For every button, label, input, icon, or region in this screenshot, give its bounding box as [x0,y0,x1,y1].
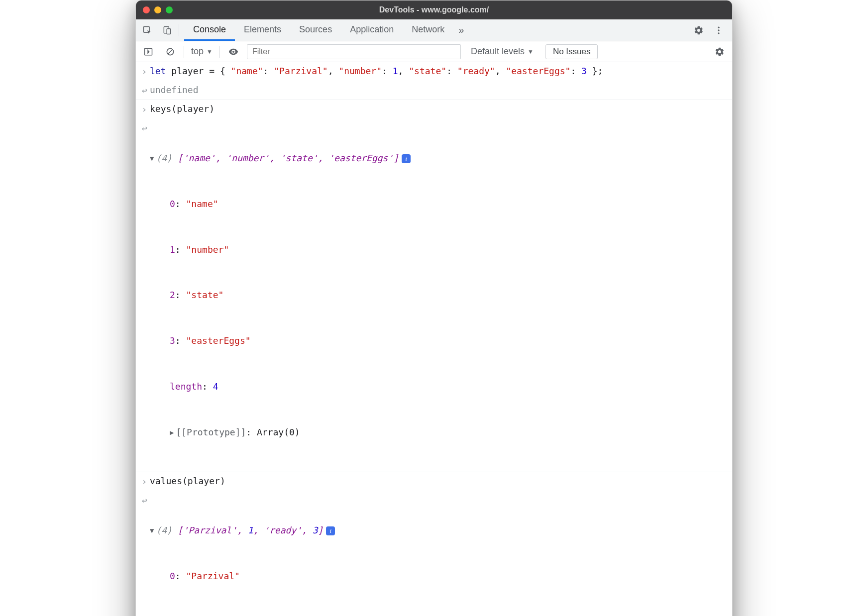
console-result-row[interactable]: ↪ (4) ['Parzival', 1, 'ready', 3]i 0: "P… [136,491,732,616]
console-input-row[interactable]: › let player = { "name": "Parzival", "nu… [136,62,732,81]
info-icon[interactable]: i [402,154,411,163]
info-icon[interactable]: i [326,526,335,535]
sidebar-toggle-icon[interactable] [140,43,157,60]
live-expression-icon[interactable] [225,43,242,60]
context-label: top [191,46,204,57]
svg-rect-2 [167,28,171,34]
minimize-button[interactable] [154,6,161,13]
console-result-row: ↪ undefined [136,81,732,101]
svg-point-5 [718,32,719,34]
log-levels-select[interactable]: Default levels ▼ [471,46,534,57]
disclosure-triangle-icon[interactable] [150,525,154,537]
tab-elements[interactable]: Elements [235,19,290,41]
clear-console-icon[interactable] [162,43,179,60]
tab-sources[interactable]: Sources [290,19,341,41]
chevron-down-icon: ▼ [207,48,213,55]
kebab-menu-icon[interactable] [710,22,727,39]
console-input-row[interactable]: › keys(player) [136,100,732,119]
inspect-element-icon[interactable] [139,22,156,39]
context-select[interactable]: top ▼ [189,46,215,57]
console-result-row[interactable]: ↪ (4) ['name', 'number', 'state', 'easte… [136,119,732,473]
console-toolbar: top ▼ Default levels ▼ No Issues [136,41,732,62]
prompt-icon: › [139,64,150,80]
close-button[interactable] [143,6,150,13]
svg-point-4 [718,29,719,31]
panel-tabs: Console Elements Sources Application Net… [184,19,453,41]
prompt-icon: › [139,474,150,490]
console-settings-icon[interactable] [711,43,728,60]
filter-input[interactable] [247,44,461,59]
code-line: keys(player) [150,102,727,117]
tab-console[interactable]: Console [184,19,235,41]
titlebar: DevTools - www.google.com/ [136,0,732,19]
result-value: undefined [150,83,727,98]
array-result: (4) ['Parzival', 1, 'ready', 3]i 0: "Par… [150,493,727,616]
disclosure-triangle-icon[interactable] [170,427,174,439]
return-icon: ↪ [139,120,150,136]
tab-application[interactable]: Application [341,19,403,41]
code-line: values(player) [150,474,727,489]
device-toolbar-icon[interactable] [159,22,176,39]
tab-network[interactable]: Network [403,19,453,41]
tabstrip: Console Elements Sources Application Net… [136,19,732,41]
window-title: DevTools - www.google.com/ [136,5,732,14]
maximize-button[interactable] [166,6,173,13]
chevron-down-icon: ▼ [528,48,534,55]
console-input-row[interactable]: › values(player) [136,472,732,491]
traffic-lights [143,6,173,13]
levels-label: Default levels [471,46,525,57]
svg-line-8 [168,49,173,54]
prompt-icon: › [139,102,150,117]
issues-button[interactable]: No Issues [545,44,598,59]
array-result: (4) ['name', 'number', 'state', 'easterE… [150,120,727,471]
svg-point-3 [718,26,719,28]
console-output: › let player = { "name": "Parzival", "nu… [136,62,732,616]
code-line: let player = { "name": "Parzival", "numb… [150,64,727,79]
return-icon: ↪ [139,83,150,99]
disclosure-triangle-icon[interactable] [150,153,154,165]
more-tabs-icon[interactable]: » [453,24,469,36]
return-icon: ↪ [139,493,150,509]
settings-icon[interactable] [690,22,707,39]
devtools-window: DevTools - www.google.com/ Console Eleme… [135,0,733,616]
